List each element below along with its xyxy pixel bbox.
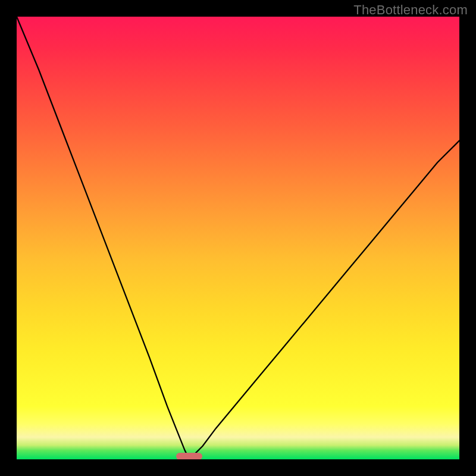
- watermark-text: TheBottleneck.com: [353, 2, 468, 18]
- bottleneck-curve: [17, 17, 459, 459]
- plot-area: [17, 17, 459, 459]
- optimal-point-marker: [176, 453, 203, 459]
- chart-frame: TheBottleneck.com: [0, 0, 476, 476]
- curve-path: [17, 17, 459, 459]
